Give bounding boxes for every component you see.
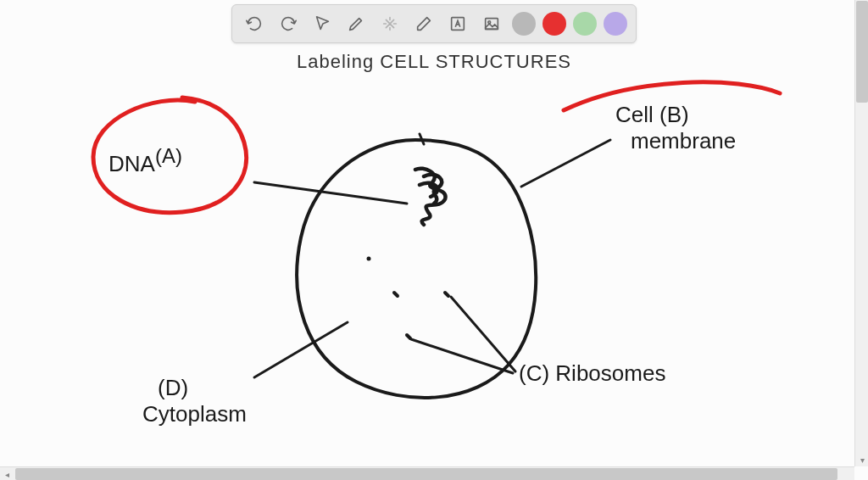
pointer-button[interactable] <box>309 10 336 37</box>
undo-icon <box>245 14 264 33</box>
eraser-button[interactable] <box>410 10 437 37</box>
label-d: (D) Cytoplasm <box>142 375 247 427</box>
label-b-letter: (B) <box>659 102 689 127</box>
label-c-text: Ribosomes <box>555 360 665 386</box>
label-d-text: Cytoplasm <box>142 401 247 427</box>
label-b-line2: membrane <box>631 128 736 153</box>
toolbar <box>231 4 637 43</box>
tools-button[interactable] <box>376 10 403 37</box>
label-c-letter: (C) <box>519 360 549 386</box>
label-a-letter: (A) <box>155 144 182 167</box>
horizontal-scrollbar-thumb[interactable] <box>15 468 837 480</box>
text-button[interactable] <box>444 10 471 37</box>
color-red[interactable] <box>542 12 566 36</box>
ribosome-dot-4 <box>445 293 448 296</box>
label-c: (C) Ribosomes <box>519 360 665 387</box>
color-purple[interactable] <box>604 12 627 36</box>
undo-button[interactable] <box>241 10 268 37</box>
text-icon <box>448 14 467 33</box>
image-icon <box>482 14 501 33</box>
pen-icon <box>347 14 365 33</box>
scrollbar-left-arrow[interactable]: ◂ <box>0 467 14 480</box>
label-d-letter: (D) <box>158 375 188 400</box>
vertical-scrollbar[interactable]: ▾ <box>854 0 868 466</box>
vertical-scrollbar-thumb[interactable] <box>856 1 868 103</box>
redo-icon <box>279 14 298 33</box>
page-title: Labeling CELL STRUCTURES <box>297 51 571 73</box>
cell-top-mark <box>420 134 424 144</box>
leader-line-c1 <box>411 339 513 373</box>
pen-button[interactable] <box>342 10 370 37</box>
leader-line-b <box>521 140 610 187</box>
ribosome-dot-2 <box>394 293 398 296</box>
pointer-icon <box>313 14 331 33</box>
dna-scribble <box>415 169 446 225</box>
label-a: DNA(A) <box>108 144 182 177</box>
ribosome-dot-3 <box>407 335 410 338</box>
tools-icon <box>381 14 399 33</box>
label-b-line1: Cell <box>615 102 654 127</box>
ribosome-dot-1 <box>367 257 371 261</box>
leader-line-c2 <box>451 297 515 371</box>
scrollbar-down-arrow[interactable]: ▾ <box>855 453 868 466</box>
leader-line-d <box>254 322 348 377</box>
image-button[interactable] <box>478 10 505 37</box>
horizontal-scrollbar[interactable]: ◂ ▸ <box>0 466 854 480</box>
leader-line-a <box>254 182 407 204</box>
svg-rect-1 <box>486 19 498 30</box>
color-gray[interactable] <box>512 12 536 36</box>
cell-outline <box>297 140 536 398</box>
label-b: Cell (B) membrane <box>615 102 736 154</box>
label-a-text: DNA <box>108 151 155 176</box>
eraser-icon <box>415 14 433 33</box>
redo-button[interactable] <box>275 10 302 37</box>
color-green[interactable] <box>573 12 597 36</box>
